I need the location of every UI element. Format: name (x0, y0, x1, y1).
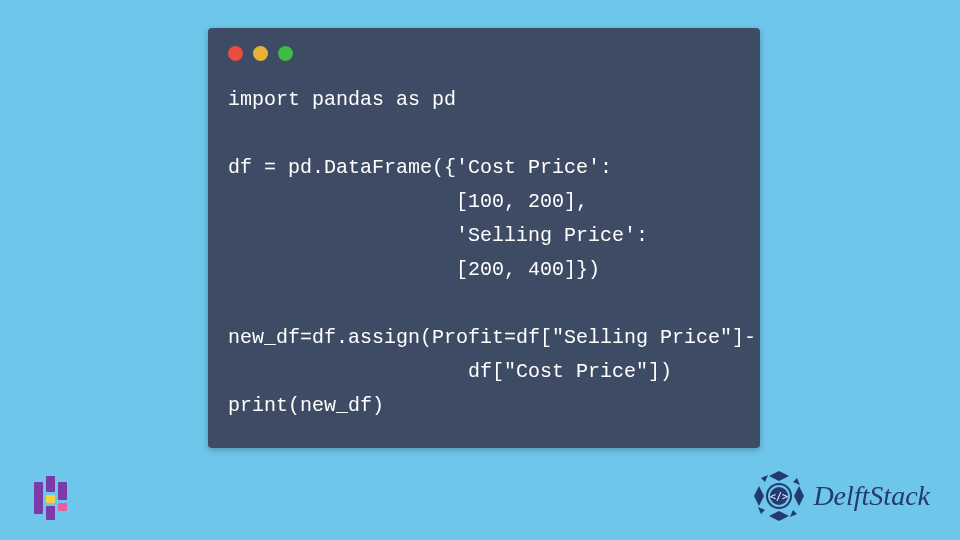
window-traffic-lights (228, 46, 740, 61)
site-favicon-icon (34, 476, 78, 520)
brand-name: DelftStack (813, 480, 930, 512)
maximize-icon (278, 46, 293, 61)
minimize-icon (253, 46, 268, 61)
code-window: import pandas as pd df = pd.DataFrame({'… (208, 28, 760, 448)
svg-marker-0 (769, 471, 789, 481)
brand-logo-icon: </> (753, 470, 805, 522)
svg-text:</>: </> (770, 491, 788, 502)
svg-marker-3 (754, 486, 764, 506)
svg-marker-1 (794, 486, 804, 506)
close-icon (228, 46, 243, 61)
svg-marker-7 (761, 475, 768, 482)
svg-marker-2 (769, 511, 789, 521)
svg-marker-5 (790, 510, 797, 517)
brand-badge: </> DelftStack (753, 470, 930, 522)
svg-marker-4 (793, 478, 800, 485)
code-block: import pandas as pd df = pd.DataFrame({'… (228, 83, 740, 423)
svg-marker-6 (758, 507, 765, 514)
